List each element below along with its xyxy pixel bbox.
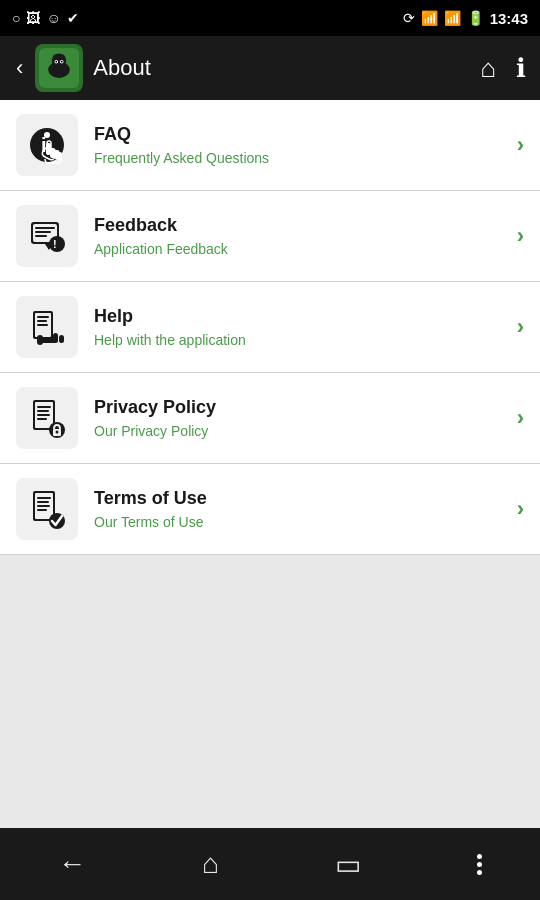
privacy-chevron-icon: › bbox=[517, 405, 524, 431]
content-area: i FAQ Frequently Asked Questions › bbox=[0, 100, 540, 828]
faq-icon-box: i bbox=[16, 114, 78, 176]
nav-bar: ← ⌂ ▭ bbox=[0, 828, 540, 900]
privacy-title: Privacy Policy bbox=[94, 396, 517, 419]
privacy-subtitle: Our Privacy Policy bbox=[94, 422, 517, 440]
faq-item[interactable]: i FAQ Frequently Asked Questions › bbox=[0, 100, 540, 191]
svg-rect-25 bbox=[37, 316, 49, 318]
svg-point-40 bbox=[56, 431, 59, 434]
terms-title: Terms of Use bbox=[94, 487, 517, 510]
info-icon[interactable]: ℹ bbox=[510, 47, 532, 90]
svg-rect-44 bbox=[37, 501, 49, 503]
help-text: Help Help with the application bbox=[94, 305, 517, 350]
privacy-icon-box bbox=[16, 387, 78, 449]
svg-rect-37 bbox=[37, 418, 47, 420]
home-icon[interactable]: ⌂ bbox=[474, 47, 502, 90]
status-bar-right: ⟳ 📶 📶 🔋 13:43 bbox=[403, 10, 528, 27]
image-icon: 🖼 bbox=[26, 10, 40, 26]
privacy-text: Privacy Policy Our Privacy Policy bbox=[94, 396, 517, 441]
terms-subtitle: Our Terms of Use bbox=[94, 513, 517, 531]
svg-point-21 bbox=[49, 236, 65, 252]
svg-rect-19 bbox=[35, 235, 47, 237]
terms-item[interactable]: Terms of Use Our Terms of Use › bbox=[0, 464, 540, 555]
circle-icon: ○ bbox=[12, 10, 20, 26]
faq-icon: i bbox=[27, 125, 67, 165]
nav-home-button[interactable]: ⌂ bbox=[182, 838, 239, 890]
terms-icon bbox=[27, 489, 67, 529]
nav-back-button[interactable]: ← bbox=[38, 838, 106, 890]
action-bar-icons: ⌂ ℹ bbox=[474, 47, 532, 90]
faq-title: FAQ bbox=[94, 123, 517, 146]
feedback-text: Feedback Application Feedback bbox=[94, 214, 517, 259]
action-bar: ‹ About ⌂ ℹ bbox=[0, 36, 540, 100]
svg-rect-17 bbox=[35, 227, 55, 229]
status-bar: ○ 🖼 ☺ ✔ ⟳ 📶 📶 🔋 13:43 bbox=[0, 0, 540, 36]
clipboard-icon: ✔ bbox=[67, 10, 79, 26]
svg-rect-31 bbox=[59, 335, 64, 343]
svg-rect-18 bbox=[35, 231, 51, 233]
faq-subtitle: Frequently Asked Questions bbox=[94, 149, 517, 167]
help-chevron-icon: › bbox=[517, 314, 524, 340]
svg-rect-29 bbox=[37, 335, 43, 345]
svg-rect-45 bbox=[37, 505, 50, 507]
nav-recent-button[interactable]: ▭ bbox=[315, 838, 381, 891]
rotate-icon: ⟳ bbox=[403, 10, 415, 26]
svg-rect-35 bbox=[37, 410, 49, 412]
feedback-item[interactable]: ! Feedback Application Feedback › bbox=[0, 191, 540, 282]
svg-rect-30 bbox=[53, 333, 58, 343]
feedback-subtitle: Application Feedback bbox=[94, 240, 517, 258]
gray-area bbox=[0, 555, 540, 828]
status-bar-left: ○ 🖼 ☺ ✔ bbox=[12, 10, 79, 26]
battery-icon: 🔋 bbox=[467, 10, 484, 26]
signal-icon: 📶 bbox=[444, 10, 461, 26]
feedback-title: Feedback bbox=[94, 214, 517, 237]
svg-rect-26 bbox=[37, 320, 47, 322]
privacy-item[interactable]: Privacy Policy Our Privacy Policy › bbox=[0, 373, 540, 464]
help-subtitle: Help with the application bbox=[94, 331, 517, 349]
feedback-icon: ! bbox=[27, 216, 67, 256]
wifi-icon: 📶 bbox=[421, 10, 438, 26]
privacy-icon bbox=[27, 398, 67, 438]
svg-rect-46 bbox=[37, 509, 47, 511]
terms-icon-box bbox=[16, 478, 78, 540]
svg-text:!: ! bbox=[53, 238, 57, 250]
help-item[interactable]: Help Help with the application › bbox=[0, 282, 540, 373]
svg-point-7 bbox=[61, 61, 63, 63]
emoji-icon: ☺ bbox=[46, 10, 60, 26]
status-time: 13:43 bbox=[490, 10, 528, 27]
help-title: Help bbox=[94, 305, 517, 328]
back-button[interactable]: ‹ bbox=[8, 47, 31, 89]
feedback-icon-box: ! bbox=[16, 205, 78, 267]
nav-more-button[interactable] bbox=[457, 844, 502, 885]
faq-text: FAQ Frequently Asked Questions bbox=[94, 123, 517, 168]
svg-point-6 bbox=[56, 61, 58, 63]
menu-list: i FAQ Frequently Asked Questions › bbox=[0, 100, 540, 555]
app-logo bbox=[35, 44, 83, 92]
svg-rect-34 bbox=[37, 406, 51, 408]
faq-chevron-icon: › bbox=[517, 132, 524, 158]
help-icon bbox=[27, 307, 67, 347]
feedback-chevron-icon: › bbox=[517, 223, 524, 249]
svg-point-10 bbox=[44, 132, 50, 138]
page-title: About bbox=[93, 55, 474, 81]
help-icon-box bbox=[16, 296, 78, 358]
svg-rect-14 bbox=[58, 152, 62, 160]
svg-rect-27 bbox=[37, 324, 48, 326]
svg-rect-36 bbox=[37, 414, 50, 416]
terms-text: Terms of Use Our Terms of Use bbox=[94, 487, 517, 532]
svg-rect-43 bbox=[37, 497, 51, 499]
terms-chevron-icon: › bbox=[517, 496, 524, 522]
